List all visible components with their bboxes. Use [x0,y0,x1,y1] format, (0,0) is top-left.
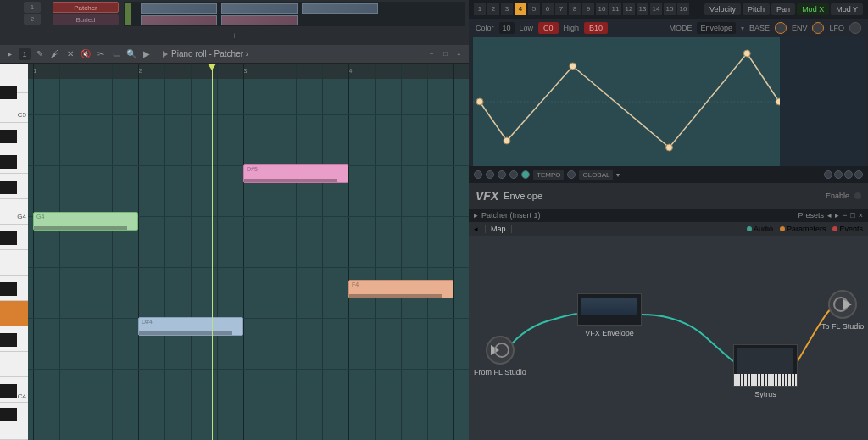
snap-value[interactable]: 1 [19,48,31,60]
env-tab-8[interactable]: 8 [569,3,581,15]
global-led[interactable] [567,170,576,179]
envelope-graph[interactable] [472,37,865,166]
close-icon[interactable]: × [457,50,465,58]
env-tab-12[interactable]: 12 [623,3,635,15]
prev-icon[interactable]: ◂ [827,211,832,220]
mute-tool-icon[interactable]: 🔇 [80,48,92,60]
high-value[interactable]: B10 [584,22,608,34]
pattern-block[interactable] [141,3,217,14]
pattern-block[interactable] [221,3,298,14]
track-label-buried[interactable]: Buried [53,14,119,25]
minimize-icon[interactable]: − [843,211,847,220]
note-green[interactable]: G4 [33,212,138,231]
env-tab-13[interactable]: 13 [637,3,648,15]
maximize-icon[interactable]: □ [850,211,854,220]
key-label-c5: C5 [18,111,26,119]
lfo-label: LFO [829,24,844,32]
presets-label[interactable]: Presets [798,211,825,220]
paint-tool-icon[interactable]: 🖌 [49,48,61,60]
minimize-icon[interactable]: − [430,50,438,58]
global-label: GLOBAL [579,170,613,180]
arrow-left-icon[interactable]: ◂ [474,225,478,233]
close-icon[interactable]: × [859,211,863,220]
track-number-1[interactable]: 1 [24,2,41,13]
arrow-right-icon[interactable]: ▸ [474,211,478,220]
piano-roll-grid[interactable]: 1 2 3 4 [28,64,469,440]
footer-knob[interactable] [498,170,506,179]
maximize-icon[interactable]: □ [443,50,452,58]
enable-toggle[interactable] [854,192,861,199]
note-blue[interactable]: D#4 [138,317,243,336]
footer-knob[interactable] [474,170,482,179]
mode-tab-mody[interactable]: Mod Y [831,3,863,15]
base-knob[interactable] [775,22,787,34]
note-orange[interactable]: F4 [348,280,453,298]
root-key-highlight[interactable] [0,301,28,326]
node-from-fl-studio[interactable]: From FL Studio [474,336,526,376]
option-icon[interactable] [844,170,853,179]
env-knob[interactable] [812,22,824,34]
zoom-tool-icon[interactable]: 🔍 [125,48,137,60]
node-sytrus[interactable]: Sytrus [733,344,798,398]
color-value[interactable]: 10 [499,22,515,34]
graph-footer: TEMPO GLOBAL ▾ [469,166,868,183]
env-tab-7[interactable]: 7 [555,3,567,15]
env-tab-2[interactable]: 2 [487,3,499,15]
menu-icon[interactable]: ▸ [3,48,15,60]
svg-point-1 [476,98,483,105]
footer-knob[interactable] [486,170,494,179]
env-tab-1[interactable]: 1 [474,3,486,15]
tab-map[interactable]: Map [485,225,512,233]
low-value[interactable]: C0 [538,22,559,34]
env-tab-15[interactable]: 15 [664,3,676,15]
dropdown-arrow-icon[interactable]: ▾ [616,171,620,179]
mode-tab-pan[interactable]: Pan [771,3,795,15]
env-tab-5[interactable]: 5 [528,3,540,15]
delete-tool-icon[interactable]: ✕ [64,48,76,60]
option-icon[interactable] [824,170,832,179]
next-icon[interactable]: ▸ [835,211,839,220]
note-pink[interactable]: D#5 [243,164,348,183]
draw-tool-icon[interactable]: ✎ [34,48,46,60]
node-vfx-envelope[interactable]: VFX Envelope [577,293,642,337]
env-tab-11[interactable]: 11 [609,3,621,15]
mode-dropdown[interactable]: Envelope [697,22,736,34]
low-label: Low [520,24,534,32]
parameters-legend: Parameters [780,225,826,233]
footer-knob[interactable] [509,170,518,179]
node-to-fl-studio[interactable]: To FL Studio [821,290,864,331]
option-icon[interactable] [834,170,843,179]
pattern-block[interactable] [221,15,298,25]
add-track-button[interactable]: + [0,28,469,45]
mode-tab-velocity[interactable]: Velocity [704,3,741,15]
key-label-c4: C4 [18,393,26,400]
patcher-canvas[interactable]: From FL Studio VFX Envelope Sytrus To FL… [469,236,868,440]
playback-tool-icon[interactable]: ▶ [141,48,153,60]
release-zone [780,37,865,166]
track-number-2[interactable]: 2 [24,14,41,25]
mode-tab-pitch[interactable]: Pitch [743,3,770,15]
track-timeline[interactable] [124,2,465,26]
pattern-block[interactable] [302,3,378,14]
play-icon[interactable] [163,51,168,58]
playhead[interactable] [212,64,213,440]
pattern-block[interactable] [141,15,217,25]
chevron-down-icon[interactable]: ▾ [741,25,744,32]
env-tab-9[interactable]: 9 [582,3,594,15]
lfo-knob[interactable] [849,22,861,34]
timeline-ruler[interactable]: 1 2 3 4 [28,64,469,79]
env-tab-16[interactable]: 16 [677,3,689,15]
env-tab-4[interactable]: 4 [515,3,526,15]
env-tab-6[interactable]: 6 [542,3,554,15]
track-label-patcher[interactable]: Patcher [53,2,119,13]
tempo-led[interactable] [521,170,530,179]
option-icon[interactable] [854,170,863,179]
env-tab-14[interactable]: 14 [650,3,662,15]
mode-label: MODE [669,24,692,32]
slice-tool-icon[interactable]: ✂ [95,48,107,60]
env-tab-3[interactable]: 3 [501,3,513,15]
select-tool-icon[interactable]: ▭ [110,48,122,60]
piano-keyboard[interactable]: C5 G4 C4 [0,64,28,440]
mode-tab-modx[interactable]: Mod X [797,3,829,15]
env-tab-10[interactable]: 10 [596,3,608,15]
